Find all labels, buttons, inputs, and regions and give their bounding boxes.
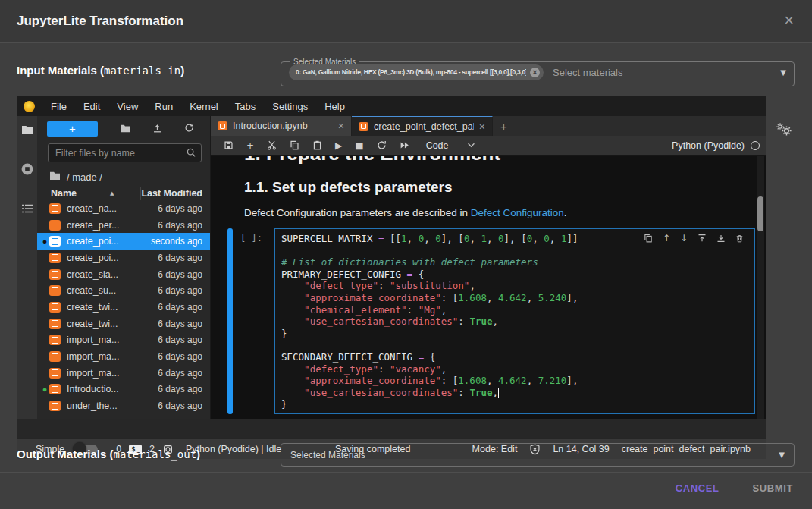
copy-icon[interactable] — [290, 140, 299, 150]
tab-close-icon[interactable]: × — [479, 121, 485, 132]
add-tab-button[interactable]: + — [500, 120, 507, 133]
output-materials-select[interactable]: Selected Materials ▼ — [281, 443, 795, 467]
code-line: "defect_type": "vacancy", — [281, 363, 748, 375]
file-row[interactable]: create_poi...6 days ago — [37, 250, 210, 266]
file-name: under_the... — [67, 401, 118, 411]
chip-remove-icon[interactable]: × — [530, 68, 540, 77]
file-row[interactable]: create_sla...6 days ago — [37, 266, 210, 283]
markdown-heading-2: 1.1. Set up defects parameters — [244, 179, 453, 196]
file-row[interactable]: create_twi...6 days ago — [37, 316, 210, 332]
duplicate-icon[interactable] — [644, 233, 653, 244]
dropdown-caret-icon[interactable]: ▼ — [779, 451, 785, 459]
file-name: import_ma... — [67, 368, 119, 379]
jupyterlite-transformation-dialog: JupyterLite Transformation × Input Mater… — [0, 0, 812, 509]
activity-bar — [17, 116, 37, 419]
search-icon — [186, 147, 196, 161]
file-name: create_twi... — [67, 319, 118, 329]
file-browser-icon[interactable] — [17, 116, 37, 138]
refresh-icon[interactable] — [184, 122, 194, 136]
new-folder-icon[interactable] — [120, 122, 130, 136]
notebook-file-icon — [49, 269, 61, 280]
menu-view[interactable]: View — [108, 101, 146, 112]
home-folder-icon[interactable] — [49, 171, 61, 183]
material-chip[interactable]: 0: GaN, Gallium Nitride, HEX (P6_3mc) 3D… — [289, 64, 544, 80]
file-row[interactable]: import_ma...6 days ago — [37, 332, 210, 349]
input-materials-select[interactable]: Selected Materials 0: GaN, Gallium Nitri… — [281, 58, 795, 86]
move-down-icon[interactable]: ↓ — [680, 233, 688, 244]
menu-file[interactable]: File — [42, 101, 75, 112]
run-icon[interactable]: ▶ — [335, 140, 342, 151]
insert-below-icon[interactable] — [716, 233, 726, 244]
fast-forward-icon[interactable] — [400, 141, 409, 149]
file-row[interactable]: create_na...6 days ago — [37, 200, 210, 217]
footer-divider — [0, 472, 812, 473]
file-row[interactable]: import_ma...6 days ago — [37, 348, 210, 365]
code-line: "chemical_element": "Mg", — [281, 304, 748, 316]
breadcrumb[interactable]: / made / — [37, 167, 210, 187]
jupyterlab-widget: FileEditViewRunKernelTabsSettingsHelp + — [17, 96, 766, 439]
code-cell-editor[interactable]: SUPERCELL_MATRIX = [[1, 0, 0], [0, 1, 0]… — [274, 228, 755, 414]
menu-kernel[interactable]: Kernel — [181, 101, 227, 112]
close-icon[interactable]: × — [784, 12, 794, 29]
delete-icon[interactable] — [735, 233, 744, 244]
notebook-file-icon — [49, 384, 61, 394]
menu-edit[interactable]: Edit — [75, 101, 108, 112]
column-name[interactable]: Name — [37, 188, 77, 199]
code-line: "use_cartesian_coordinates": True, — [281, 316, 748, 328]
notebook-file-icon — [49, 236, 61, 247]
paste-icon[interactable] — [312, 140, 322, 150]
file-row[interactable]: create_per...6 days ago — [37, 217, 210, 234]
menu-settings[interactable]: Settings — [264, 101, 316, 112]
tab-close-icon[interactable]: × — [338, 121, 344, 131]
cell-type-dropdown[interactable]: Code — [426, 140, 475, 151]
running-sessions-icon[interactable] — [17, 138, 37, 179]
code-line — [281, 245, 748, 257]
restart-icon[interactable] — [377, 140, 387, 150]
move-up-icon[interactable]: ↑ — [663, 233, 670, 244]
file-name: create_twi... — [67, 302, 118, 313]
text-cursor — [498, 388, 499, 398]
file-row[interactable]: import_ma...6 days ago — [37, 365, 210, 382]
file-modified: 6 days ago — [158, 401, 210, 411]
menu-run[interactable]: Run — [146, 101, 181, 112]
notebook-file-icon — [49, 319, 61, 329]
stop-icon[interactable]: ■ — [355, 140, 363, 151]
cancel-button[interactable]: CANCEL — [676, 482, 720, 494]
upload-icon[interactable] — [152, 122, 162, 136]
tab-label: create_point_defect_pair.ip — [374, 121, 474, 132]
notebook-file-icon — [49, 253, 61, 263]
markdown-heading-1: 1. Prepare the Environment — [244, 156, 500, 165]
dropdown-caret-icon[interactable]: ▼ — [780, 68, 786, 77]
cut-icon[interactable] — [267, 140, 277, 150]
cell-prompt: [ ]: — [240, 233, 262, 244]
column-last-modified[interactable]: Last Modified — [141, 188, 210, 199]
scrollbar-thumb[interactable] — [757, 196, 763, 231]
tab-create_point_defect_pair-ip[interactable]: create_point_defect_pair.ip× — [352, 116, 493, 136]
tab-introduction-ipynb[interactable]: Introduction.ipynb× — [211, 116, 352, 136]
kernel-name[interactable]: Python (Pyodide) — [672, 140, 745, 151]
file-name: create_sla... — [67, 269, 118, 280]
save-icon[interactable] — [224, 140, 234, 150]
kernel-status-icon[interactable] — [751, 141, 760, 150]
defect-configuration-link[interactable]: Defect Configuration — [471, 207, 564, 218]
file-row[interactable]: create_twi...6 days ago — [37, 299, 210, 316]
new-launcher-button[interactable]: + — [47, 121, 98, 137]
file-row[interactable]: ●Introductio...6 days ago — [37, 382, 210, 398]
menu-tabs[interactable]: Tabs — [227, 101, 264, 112]
settings-gears-icon[interactable] — [776, 120, 792, 135]
file-row[interactable]: ●create_poi...seconds ago — [37, 233, 210, 250]
code-line: "approximate_coordinate": [1.608, 4.642,… — [281, 292, 748, 304]
notebook-file-icon — [49, 368, 61, 379]
table-of-contents-icon[interactable] — [17, 179, 37, 217]
menu-help[interactable]: Help — [316, 101, 353, 112]
cell-collapser[interactable] — [227, 228, 233, 414]
file-row[interactable]: create_su...6 days ago — [37, 282, 210, 299]
file-row[interactable]: under_the...6 days ago — [37, 397, 210, 414]
submit-button[interactable]: SUBMIT — [753, 482, 793, 494]
file-name: import_ma... — [67, 335, 119, 345]
add-cell-icon[interactable]: + — [246, 140, 254, 151]
insert-above-icon[interactable] — [698, 233, 707, 244]
filter-files-input[interactable] — [48, 143, 202, 162]
green-status-dot: ● — [40, 385, 49, 393]
material-chip-label: 0: GaN, Gallium Nitride, HEX (P6_3mc) 3D… — [296, 68, 526, 76]
